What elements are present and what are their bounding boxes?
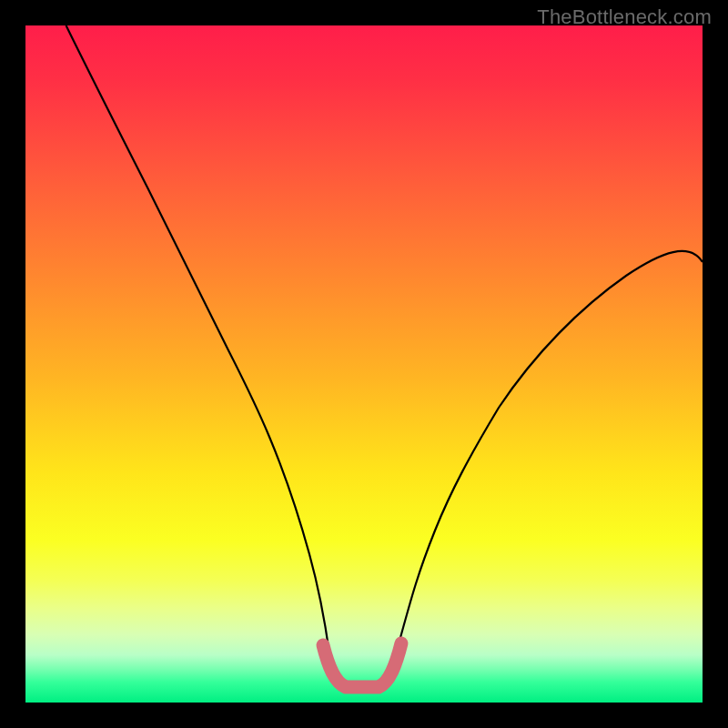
curve-svg	[25, 25, 703, 703]
pink-floor-segment	[323, 643, 401, 687]
chart-root: TheBottleneck.com	[0, 0, 728, 728]
plot-area	[25, 25, 703, 703]
bottleneck-curve	[66, 25, 703, 688]
